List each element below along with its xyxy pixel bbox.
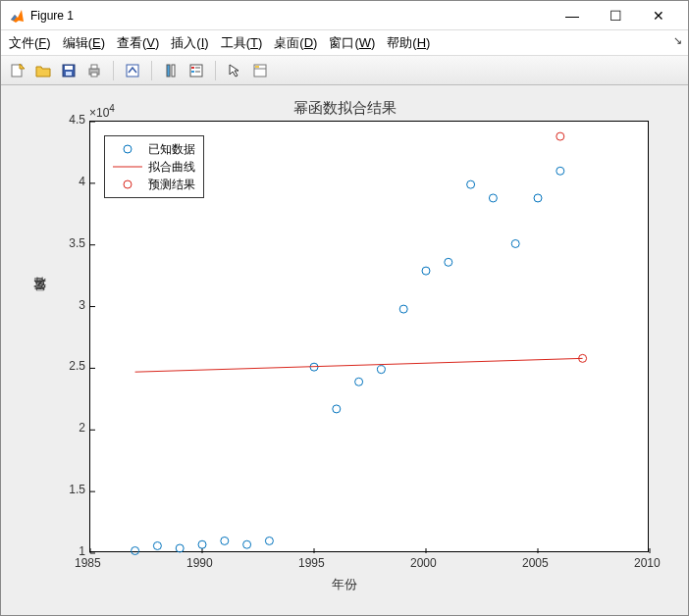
svg-point-49 [511,239,519,247]
svg-point-46 [445,258,452,266]
svg-point-57 [124,180,132,188]
y-tick: 4 [46,175,85,188]
legend-item-known: 已知数据 [113,140,195,158]
menu-desktop[interactable]: 桌面(D) [274,34,317,52]
svg-point-38 [243,540,251,548]
matlab-logo-icon [9,8,25,24]
svg-point-45 [422,267,430,275]
figure-window: Figure 1 — ☐ ✕ 文件(F) 编辑(E) 查看(V) 插入(I) 工… [0,0,689,616]
print-button[interactable] [83,60,105,81]
dock-arrow-icon[interactable]: ↘ [673,34,682,47]
legend-label: 已知数据 [148,141,195,158]
menu-insert[interactable]: 插入(I) [171,34,208,52]
menubar: 文件(F) 编辑(E) 查看(V) 插入(I) 工具(T) 桌面(D) 窗口(W… [1,30,688,56]
y-tick: 1.5 [46,483,85,496]
svg-point-37 [221,537,229,544]
minimize-button[interactable]: — [551,2,594,29]
menu-help[interactable]: 帮助(H) [387,34,430,52]
y-tick: 2.5 [46,359,85,373]
colorbar-button[interactable] [160,60,182,81]
chart-title: 幂函数拟合结果 [293,99,397,118]
save-button[interactable] [58,60,80,81]
x-tick: 1985 [75,556,101,570]
legend-label: 拟合曲线 [148,159,195,176]
svg-point-34 [153,541,161,549]
svg-point-53 [556,132,564,140]
y-tick: 1 [46,544,85,558]
svg-rect-4 [66,72,72,76]
new-figure-button[interactable] [7,60,28,81]
svg-rect-13 [191,71,194,73]
figure-area[interactable]: 幂函数拟合结果 ×104 已知数据 拟合曲线 预测结果 [1,85,688,615]
toolbar [1,56,688,85]
open-file-button[interactable] [32,60,54,81]
close-icon: ✕ [653,8,664,24]
menu-view[interactable]: 查看(V) [117,34,159,52]
svg-rect-7 [91,73,97,77]
svg-point-43 [377,366,385,374]
svg-point-55 [124,145,132,153]
x-axis-label: 年份 [332,576,357,593]
axes[interactable]: 已知数据 拟合曲线 预测结果 [89,121,649,552]
close-button[interactable]: ✕ [637,2,680,29]
x-tick: 2010 [634,556,661,570]
menu-file[interactable]: 文件(F) [9,34,51,52]
svg-point-51 [556,167,564,175]
menu-window[interactable]: 窗口(W) [329,34,375,52]
svg-point-50 [534,194,542,202]
svg-point-44 [399,305,407,313]
maximize-button[interactable]: ☐ [594,2,637,29]
window-title: Figure 1 [30,9,74,23]
menu-edit[interactable]: 编辑(E) [63,34,105,52]
x-tick: 1990 [186,556,213,570]
maximize-icon: ☐ [610,8,622,24]
svg-point-36 [198,540,206,548]
x-tick: 2005 [522,556,549,570]
legend-button[interactable] [186,60,207,81]
y-tick: 3.5 [46,236,85,250]
legend-label: 预测结果 [148,177,195,193]
x-tick: 1995 [298,556,325,570]
minimize-icon: — [565,8,579,24]
svg-rect-10 [172,65,175,77]
x-tick: 2000 [410,556,437,570]
svg-line-52 [135,358,583,372]
y-tick: 2 [46,421,85,435]
edit-plot-button[interactable] [224,60,245,81]
y-exponent-label: ×104 [89,103,115,120]
svg-rect-9 [167,65,170,77]
svg-point-35 [176,544,184,552]
y-tick: 3 [46,298,85,312]
legend-item-fit: 拟合曲线 [113,158,195,176]
link-data-button[interactable] [122,60,143,81]
legend-item-predict: 预测结果 [113,176,195,193]
svg-point-48 [489,194,497,202]
svg-rect-3 [65,66,73,70]
svg-rect-6 [91,65,97,69]
svg-point-39 [265,537,273,544]
svg-point-47 [467,180,475,188]
svg-rect-18 [255,66,259,68]
property-inspector-button[interactable] [249,60,271,81]
svg-point-42 [355,378,363,385]
y-tick: 4.5 [46,113,85,127]
svg-rect-12 [191,67,194,69]
svg-point-33 [132,546,139,554]
titlebar: Figure 1 — ☐ ✕ [1,1,688,30]
menu-tools[interactable]: 工具(T) [221,34,263,52]
svg-point-41 [333,405,341,413]
legend[interactable]: 已知数据 拟合曲线 预测结果 [104,135,204,198]
